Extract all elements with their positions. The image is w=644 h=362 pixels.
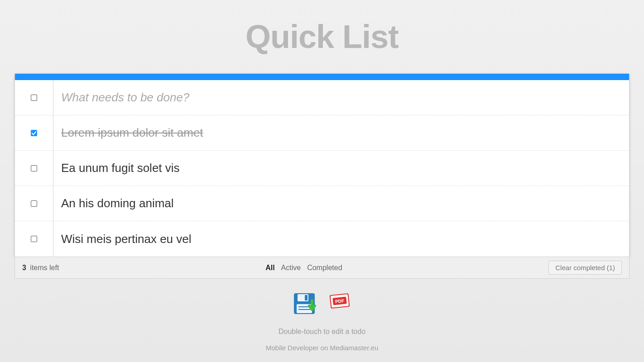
todo-checkbox[interactable] bbox=[31, 200, 37, 207]
todo-text[interactable]: Wisi meis pertinax eu vel bbox=[53, 232, 620, 246]
edit-hint: Double-touch to edit a todo bbox=[14, 328, 630, 336]
new-todo-row bbox=[15, 80, 629, 115]
todo-text[interactable]: An his doming animal bbox=[53, 196, 620, 210]
todo-text[interactable]: Lorem ipsum dolor sit amet bbox=[53, 126, 620, 140]
todo-card: Lorem ipsum dolor sit amet Ea unum fugit… bbox=[14, 73, 630, 257]
action-icons: PDF bbox=[14, 291, 630, 316]
items-left-count: 3 bbox=[22, 264, 26, 272]
todo-checkbox[interactable] bbox=[31, 236, 37, 242]
filter-all[interactable]: All bbox=[265, 264, 274, 272]
todo-checkbox[interactable] bbox=[31, 165, 37, 171]
clear-completed-button[interactable]: Clear completed (1) bbox=[548, 261, 622, 275]
footer-bar: 3 items left All Active Completed Clear … bbox=[14, 257, 630, 279]
svg-rect-2 bbox=[305, 295, 308, 300]
todo-text[interactable]: Ea unum fugit solet vis bbox=[53, 161, 620, 175]
floppy-save-icon[interactable] bbox=[292, 291, 317, 316]
new-todo-input[interactable] bbox=[53, 90, 620, 105]
items-left-suffix: items left bbox=[30, 264, 59, 272]
credit-text: Mobile Developer on Mediamaster.eu bbox=[14, 344, 630, 352]
todo-row[interactable]: Lorem ipsum dolor sit amet bbox=[15, 115, 629, 151]
todo-list: Lorem ipsum dolor sit amet Ea unum fugit… bbox=[15, 80, 629, 257]
toggle-all-checkbox[interactable] bbox=[31, 95, 37, 101]
todo-row[interactable]: An his doming animal bbox=[15, 186, 629, 221]
todo-row[interactable]: Ea unum fugit solet vis bbox=[15, 151, 629, 186]
filter-group: All Active Completed bbox=[265, 264, 342, 272]
svg-text:PDF: PDF bbox=[335, 298, 345, 304]
todo-row[interactable]: Wisi meis pertinax eu vel bbox=[15, 221, 629, 257]
filter-completed[interactable]: Completed bbox=[307, 264, 342, 272]
pdf-icon[interactable]: PDF bbox=[327, 291, 352, 316]
filter-active[interactable]: Active bbox=[281, 264, 301, 272]
page-title: Quick List bbox=[14, 18, 630, 55]
items-left: 3 items left bbox=[22, 264, 59, 272]
accent-bar bbox=[15, 74, 629, 80]
todo-checkbox[interactable] bbox=[31, 130, 37, 136]
